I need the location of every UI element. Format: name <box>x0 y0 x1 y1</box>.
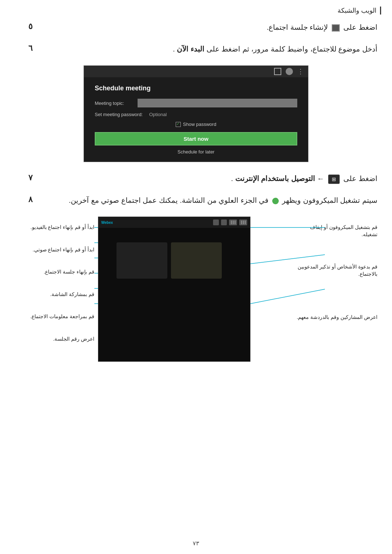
refresh-icon <box>286 68 293 75</box>
diagram-section: ابدأ أو قم بإنهاء اجتماع بالفيديو. ابدأ … <box>15 217 377 380</box>
ann-left-6: اعرض رقم الجلسة. <box>15 336 94 343</box>
ann-left-4: قم بمشاركة الشاشة. <box>15 291 94 298</box>
show-password-checkbox[interactable] <box>176 122 181 127</box>
step-6-number: ٦ <box>15 44 33 53</box>
step-7: اضغط على ⊞ ← التوصيل باستخدام الإنترنت .… <box>15 173 377 184</box>
optional-text: Optional <box>149 112 167 117</box>
meeting-topic-input[interactable] <box>138 99 297 107</box>
webex-toolbar-bar: Webex <box>98 217 250 228</box>
step-5: اضغط على لإنشاء جلسة اجتماع. ٥ <box>15 22 377 33</box>
webex-logo-text: Webex <box>101 221 113 225</box>
password-row: Set meeting password: Optional <box>95 112 297 117</box>
ann-left-3: قم بإنهاء جلسة الاجتماع. <box>15 268 94 276</box>
step-7-number: ٧ <box>15 173 33 182</box>
ann-right-2: قم بدعوة الأشخاص أو تذكير المدعوبين بالا… <box>296 263 377 278</box>
webex-icon-1 <box>213 219 219 225</box>
ann-right-3: اعرض المشاركين وقم بالدردشة معهم. <box>296 314 377 321</box>
webex-diagram: Webex <box>98 217 250 362</box>
webex-icons-row <box>213 219 247 225</box>
meeting-topic-label: Meeting topic: <box>95 100 135 106</box>
page-number: ٧٣ <box>193 540 199 547</box>
header-title: الويب والشبكة <box>338 7 376 14</box>
step-5-number: ٥ <box>15 22 33 31</box>
schedule-meeting-screenshot: ⋮ Schedule meeting Meeting topic: Set me… <box>83 65 309 162</box>
webex-content-area <box>98 228 250 362</box>
webex-icon-4 <box>239 219 247 225</box>
schedule-later-button[interactable]: Schedule for later <box>95 149 297 155</box>
step-5-text: اضغط على لإنشاء جلسة اجتماع. <box>33 22 377 33</box>
step5-icon <box>332 24 340 32</box>
more-icon: ⋮ <box>297 68 305 75</box>
show-password-row[interactable]: Show password <box>95 122 297 127</box>
step-6: أدخل موضوع للاجتماع، واضبط كلمة مرور، ثم… <box>15 44 377 54</box>
step8-inline-icon <box>272 198 279 204</box>
password-label: Set meeting password: <box>95 112 149 117</box>
step-6-text: أدخل موضوع للاجتماع، واضبط كلمة مرور، ثم… <box>33 44 377 54</box>
ann-left-5: قم بمراجعة معلومات الاجتماع. <box>15 313 94 320</box>
step-7-text: اضغط على ⊞ ← التوصيل باستخدام الإنترنت . <box>33 173 377 184</box>
page-header: الويب والشبكة <box>338 7 381 15</box>
schedule-title: Schedule meeting <box>95 85 297 92</box>
ann-right-1: قم بتشغيل الميكروفون أو إيقاف تشغيله. <box>296 224 377 238</box>
screenshot-toolbar: ⋮ <box>84 66 308 77</box>
step-8-number: ٨ <box>15 195 33 204</box>
step-8-text: سيتم تشغيل الميكروفون ويظهر في الجزء الع… <box>33 195 377 206</box>
right-annotations: قم بتشغيل الميكروفون أو إيقاف تشغيله. قم… <box>296 224 377 336</box>
ann-left-1: ابدأ أو قم بإنهاء اجتماع بالفيديو. <box>15 224 94 231</box>
webex-icon-2 <box>221 219 227 225</box>
main-content: اضغط على لإنشاء جلسة اجتماع. ٥ أدخل موضو… <box>15 22 377 380</box>
step-8: سيتم تشغيل الميكروفون ويظهر في الجزء الع… <box>15 195 377 206</box>
video-participant-1 <box>117 242 167 279</box>
meeting-topic-row: Meeting topic: <box>95 99 297 107</box>
webex-icon-3 <box>229 219 237 225</box>
left-annotations: ابدأ أو قم بإنهاء اجتماع بالفيديو. ابدأ … <box>15 224 94 358</box>
square-icon <box>274 68 281 75</box>
step7-icon: ⊞ <box>328 175 340 184</box>
schedule-form: Schedule meeting Meeting topic: Set meet… <box>84 77 308 162</box>
video-participant-2 <box>171 242 222 279</box>
show-password-label: Show password <box>183 122 216 127</box>
ann-left-2: ابدأ أو قم بإنهاء اجتماع صوتي. <box>15 246 94 254</box>
start-now-button[interactable]: Start now <box>95 132 297 145</box>
